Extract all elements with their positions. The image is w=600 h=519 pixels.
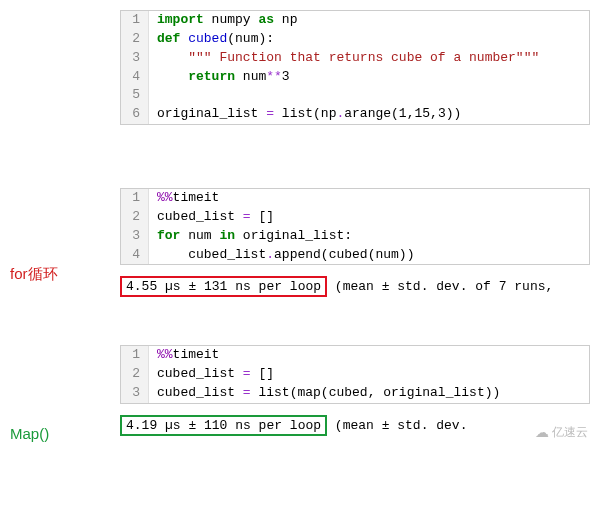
timing-highlight-for: 4.55 µs ± 131 ns per loop (120, 276, 327, 297)
code-block-map: 1%%timeit2cubed_list = []3cubed_list = l… (120, 345, 590, 404)
code-content: return num**3 (149, 68, 290, 87)
line-number: 6 (121, 105, 149, 124)
timing-rest-for: (mean ± std. dev. of 7 runs, (327, 279, 553, 294)
code-line: 3 """ Function that returns cube of a nu… (121, 49, 589, 68)
line-number: 1 (121, 346, 149, 365)
code-content: """ Function that returns cube of a numb… (149, 49, 539, 68)
section-label-map: Map() (10, 425, 49, 442)
code-content: %%timeit (149, 346, 219, 365)
code-block-setup: 1import numpy as np2def cubed(num):3 """… (120, 10, 590, 125)
line-number: 4 (121, 68, 149, 87)
line-number: 3 (121, 384, 149, 403)
output-forloop: 4.55 µs ± 131 ns per loop (mean ± std. d… (120, 273, 590, 300)
line-number: 4 (121, 246, 149, 265)
cloud-icon: ☁ (535, 424, 549, 440)
code-line: 2cubed_list = [] (121, 208, 589, 227)
code-content: cubed_list = [] (149, 208, 274, 227)
code-content: import numpy as np (149, 11, 297, 30)
code-content: def cubed(num): (149, 30, 274, 49)
line-number: 3 (121, 49, 149, 68)
line-number: 3 (121, 227, 149, 246)
code-line: 2def cubed(num): (121, 30, 589, 49)
line-number: 2 (121, 365, 149, 384)
code-line: 4 return num**3 (121, 68, 589, 87)
code-line: 5 (121, 86, 589, 105)
line-number: 5 (121, 86, 149, 105)
watermark-text: 亿速云 (552, 424, 588, 441)
section-label-for: for循环 (10, 265, 58, 284)
code-line: 2cubed_list = [] (121, 365, 589, 384)
code-line: 1%%timeit (121, 346, 589, 365)
code-line: 4 cubed_list.append(cubed(num)) (121, 246, 589, 265)
code-content: cubed_list = [] (149, 365, 274, 384)
line-number: 2 (121, 208, 149, 227)
code-content: for num in original_list: (149, 227, 352, 246)
timing-rest-map: (mean ± std. dev. (327, 418, 467, 433)
output-map: 4.19 µs ± 110 ns per loop (mean ± std. d… (120, 412, 590, 439)
code-line: 1%%timeit (121, 189, 589, 208)
code-content: original_list = list(np.arange(1,15,3)) (149, 105, 461, 124)
code-content: %%timeit (149, 189, 219, 208)
code-content: cubed_list = list(map(cubed, original_li… (149, 384, 500, 403)
code-line: 6original_list = list(np.arange(1,15,3)) (121, 105, 589, 124)
watermark: ☁ 亿速云 (535, 424, 588, 441)
code-block-forloop: 1%%timeit2cubed_list = []3for num in ori… (120, 188, 590, 265)
code-line: 1import numpy as np (121, 11, 589, 30)
line-number: 2 (121, 30, 149, 49)
line-number: 1 (121, 11, 149, 30)
code-line: 3for num in original_list: (121, 227, 589, 246)
code-content: cubed_list.append(cubed(num)) (149, 246, 414, 265)
code-line: 3cubed_list = list(map(cubed, original_l… (121, 384, 589, 403)
timing-highlight-map: 4.19 µs ± 110 ns per loop (120, 415, 327, 436)
line-number: 1 (121, 189, 149, 208)
